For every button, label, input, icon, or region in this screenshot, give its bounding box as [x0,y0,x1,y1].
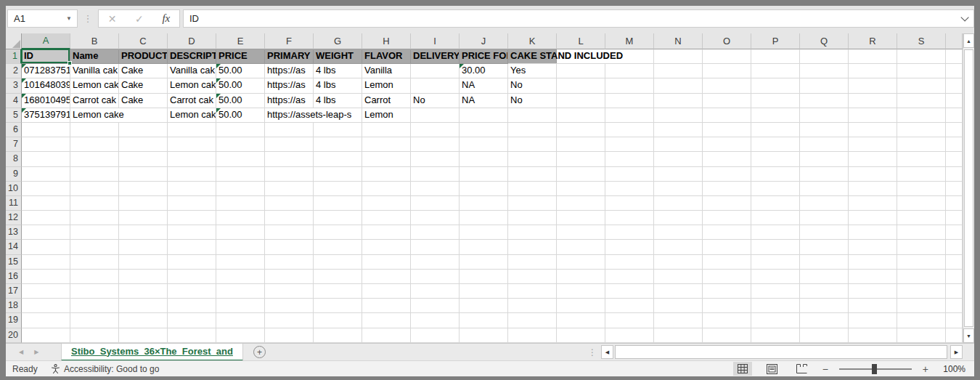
cell-C3[interactable]: Cake [119,78,168,93]
cell-D13[interactable] [168,225,216,240]
cell-R20[interactable] [849,328,897,343]
cell-J4[interactable]: NA [460,94,508,108]
zoom-slider[interactable] [839,368,912,370]
cell-F3[interactable]: https://as [265,78,314,93]
cell-S6[interactable] [897,123,946,137]
cell-M3[interactable] [605,78,654,93]
cell-C1[interactable]: PRODUCT [119,49,168,64]
cell-P16[interactable] [751,270,800,284]
cell-C11[interactable] [119,196,168,211]
cell-O7[interactable] [703,137,751,152]
cell-E16[interactable] [216,270,265,284]
cell-J11[interactable] [460,196,508,211]
cell-H5[interactable]: Lemon [362,108,411,123]
cell-Q5[interactable] [800,108,849,123]
cell-Q18[interactable] [800,299,849,313]
cell-G11[interactable] [314,196,362,211]
cell-H2[interactable]: Vanilla [362,64,411,78]
page-layout-view-button[interactable] [763,362,782,376]
error-indicator-icon[interactable] [216,108,221,113]
column-header-R[interactable]: R [849,33,897,49]
zoom-out-icon[interactable]: − [822,363,828,375]
cell-Q8[interactable] [800,152,849,166]
cell-S11[interactable] [897,196,946,211]
cell-C6[interactable] [119,123,168,137]
cell-D20[interactable] [168,328,216,343]
cell-C7[interactable] [119,137,168,152]
cell-O3[interactable] [703,78,751,93]
cell-R5[interactable] [849,108,897,123]
cell-I7[interactable] [411,137,460,152]
cell-F13[interactable] [265,225,314,240]
column-header-I[interactable]: I [411,33,460,49]
cell-F9[interactable] [265,167,314,182]
cell-S2[interactable] [897,64,946,78]
add-sheet-icon[interactable]: + [253,346,266,358]
cell-I5[interactable] [411,108,460,123]
cell-partial-10[interactable] [946,182,963,196]
cell-L12[interactable] [557,211,605,225]
cell-B4[interactable]: Carrot cak [70,94,119,108]
cell-O20[interactable] [703,328,751,343]
column-header-S[interactable]: S [897,33,946,49]
cell-partial-13[interactable] [946,225,963,240]
cell-N17[interactable] [654,284,703,299]
cell-R12[interactable] [849,211,897,225]
row-header-9[interactable]: 9 [6,167,22,182]
row-header-3[interactable]: 3 [6,78,22,93]
cell-C16[interactable] [119,270,168,284]
cell-Q4[interactable] [800,94,849,108]
cell-N8[interactable] [654,152,703,166]
cell-O17[interactable] [703,284,751,299]
cell-J19[interactable] [460,313,508,328]
cell-I8[interactable] [411,152,460,166]
cell-N7[interactable] [654,137,703,152]
cell-C19[interactable] [119,313,168,328]
cell-G1[interactable]: WEIGHT [314,49,362,64]
cell-G9[interactable] [314,167,362,182]
cell-F11[interactable] [265,196,314,211]
cell-L8[interactable] [557,152,605,166]
column-header-Q[interactable]: Q [800,33,849,49]
cell-G15[interactable] [314,255,362,270]
vertical-scrollbar-thumb[interactable] [964,49,973,327]
cell-D6[interactable] [168,123,216,137]
cell-G19[interactable] [314,313,362,328]
row-header-12[interactable]: 12 [6,211,22,225]
insert-function-icon[interactable]: fx [162,12,170,25]
column-header-partial[interactable] [946,33,963,49]
cell-K3[interactable]: No [508,78,557,93]
cell-C15[interactable] [119,255,168,270]
cell-A8[interactable] [22,152,70,166]
cell-P17[interactable] [751,284,800,299]
cell-I16[interactable] [411,270,460,284]
column-header-O[interactable]: O [703,33,751,49]
cell-O19[interactable] [703,313,751,328]
cell-N2[interactable] [654,64,703,78]
column-header-J[interactable]: J [460,33,508,49]
cell-J14[interactable] [460,240,508,254]
cell-partial-15[interactable] [946,255,963,270]
zoom-in-icon[interactable]: + [923,363,928,375]
accessibility-status[interactable]: Accessibility: Good to go [51,364,159,374]
cell-I15[interactable] [411,255,460,270]
cell-A20[interactable] [22,328,70,343]
name-box[interactable]: A1 ▼ [7,9,78,28]
cell-M18[interactable] [605,299,654,313]
cell-Q12[interactable] [800,211,849,225]
row-header-15[interactable]: 15 [6,255,22,270]
cell-H14[interactable] [362,240,411,254]
cell-I11[interactable] [411,196,460,211]
cell-K17[interactable] [508,284,557,299]
cell-D12[interactable] [168,211,216,225]
cell-L9[interactable] [557,167,605,182]
expand-formula-bar-icon[interactable] [960,13,968,21]
cell-K12[interactable] [508,211,557,225]
cell-F19[interactable] [265,313,314,328]
cell-I4[interactable]: No [411,94,460,108]
cell-O6[interactable] [703,123,751,137]
row-header-16[interactable]: 16 [6,270,22,284]
cell-Q14[interactable] [800,240,849,254]
cell-Q15[interactable] [800,255,849,270]
cell-partial-16[interactable] [946,270,963,284]
